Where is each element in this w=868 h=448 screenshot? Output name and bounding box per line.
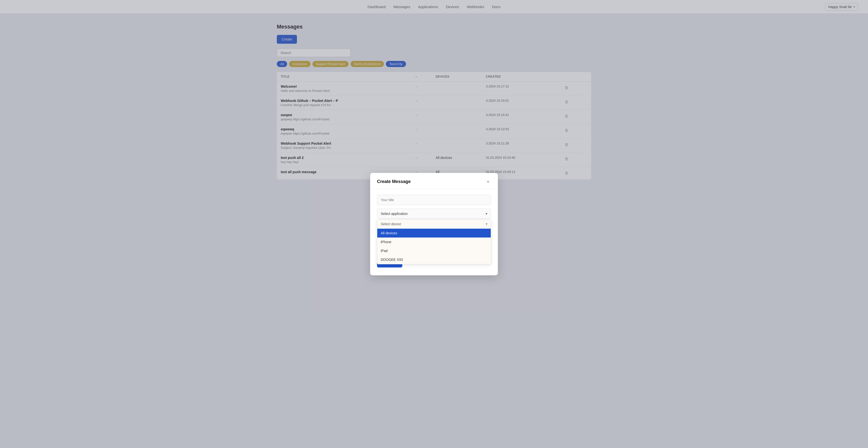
device-option-doogee[interactable]: DOOGEE X93: [377, 255, 491, 264]
dropdown-header-row[interactable]: Select device ▾: [377, 220, 491, 229]
select-application-chevron-icon: ▾: [486, 212, 487, 216]
modal-overlay[interactable]: Create Message × Select application ▾ Se…: [0, 0, 868, 448]
device-option-ipad[interactable]: iPad: [377, 246, 491, 255]
device-option-iphone[interactable]: iPhone: [377, 237, 491, 246]
modal-title: Create Message: [377, 179, 411, 184]
modal-header: Create Message ×: [370, 173, 498, 189]
dropdown-select-device-label: Select device: [381, 222, 401, 226]
device-option-all[interactable]: All devices: [377, 229, 491, 237]
device-dropdown: Select device ▾ All devices iPhone iPad …: [377, 219, 491, 264]
dropdown-chevron-icon: ▾: [486, 222, 487, 226]
select-application-trigger[interactable]: Select application ▾: [377, 209, 491, 219]
message-title-input[interactable]: [377, 195, 491, 205]
modal-close-button[interactable]: ×: [485, 179, 491, 185]
select-application-label: Select application: [381, 212, 408, 216]
select-application-wrapper: Select application ▾ Select device ▾ All…: [377, 209, 491, 219]
create-message-modal: Create Message × Select application ▾ Se…: [370, 173, 498, 275]
modal-body: Select application ▾ Select device ▾ All…: [370, 189, 498, 253]
